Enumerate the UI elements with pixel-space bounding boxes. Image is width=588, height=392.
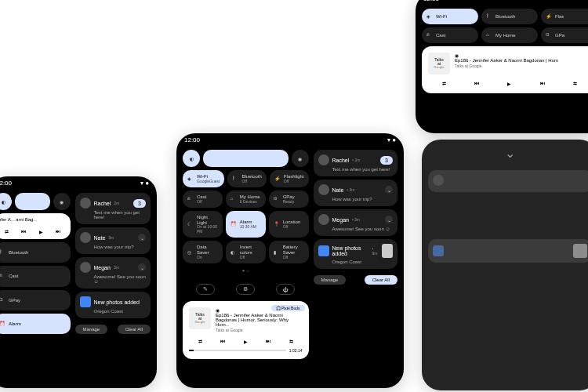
brightness-slider[interactable] bbox=[15, 193, 50, 210]
qs-alarm[interactable]: ⏰Alarm10:30 AM bbox=[226, 211, 266, 238]
notif-photos[interactable]: New photos added Oregon Coast bbox=[75, 292, 151, 318]
clear-all-button[interactable]: Clear All bbox=[118, 325, 151, 334]
brightness-slider[interactable] bbox=[203, 150, 289, 167]
qs-cast[interactable]: ⎚CastOff bbox=[183, 191, 223, 208]
bluetooth-icon: ᛒ bbox=[0, 249, 5, 256]
notif-dimmed-2[interactable] bbox=[428, 239, 588, 263]
brightness-toggle[interactable]: ◐ bbox=[183, 150, 200, 167]
invert-icon: ◐ bbox=[230, 249, 237, 256]
qs-flashlight[interactable]: ⚡Flas bbox=[541, 9, 588, 24]
status-bar: 12:00 bbox=[416, 0, 588, 5]
qs-invert[interactable]: ◐Invert colorsOff bbox=[226, 241, 266, 263]
media-subtitle: Talks at Google bbox=[216, 328, 303, 332]
media-title: Ep186 - Jennifer Aaker & Naomi Bagdonas … bbox=[216, 313, 303, 327]
power-button[interactable]: ⏻ bbox=[276, 284, 295, 295]
prev-icon[interactable]: ⏮ bbox=[219, 337, 227, 345]
qs-gpay[interactable]: GGPay bbox=[0, 290, 71, 310]
notif-photos[interactable]: New photos added• 9m Oregon Coast bbox=[314, 239, 397, 269]
progress-bar[interactable] bbox=[189, 350, 286, 351]
play-icon[interactable]: ▶ bbox=[241, 337, 249, 345]
qs-bluetooth[interactable]: ᛒBluetoothOff bbox=[227, 170, 266, 187]
media-card[interactable]: 🎧 Pixel Buds Talks at Google ◉ Ep186 - J… bbox=[183, 301, 309, 359]
shuffle-icon[interactable]: ⇄ bbox=[196, 337, 204, 345]
qs-gpay[interactable]: GGPayReady bbox=[269, 191, 309, 208]
gpay-icon: G bbox=[546, 32, 552, 38]
page-indicator: ● ○ bbox=[183, 267, 309, 274]
wifi-icon: ◈ bbox=[426, 13, 433, 20]
collapse-handle[interactable]: ⌄ bbox=[422, 140, 588, 167]
cast-icon: ⎚ bbox=[0, 273, 5, 279]
edit-button[interactable]: ✎ bbox=[196, 284, 215, 295]
qs-home[interactable]: ⌂My Home6 Devices bbox=[226, 191, 266, 208]
qs-location[interactable]: 📍LocationOff bbox=[269, 211, 309, 238]
repeat-icon[interactable]: ⇆ bbox=[287, 337, 295, 345]
notif-rachel[interactable]: Rachel• 2m3 Text me when you get here! bbox=[314, 150, 397, 176]
notif-dimmed-1[interactable] bbox=[428, 170, 588, 192]
qs-cast[interactable]: ⎚Cast bbox=[0, 266, 71, 286]
alarm-icon: ⏰ bbox=[230, 221, 237, 227]
chevron-down-icon[interactable]: ⌄ bbox=[138, 263, 146, 271]
notif-nate[interactable]: Nate3m⌄ How was your trip? bbox=[75, 227, 151, 254]
next-icon[interactable]: ⏭ bbox=[264, 337, 272, 345]
expand-toggle[interactable]: ◉ bbox=[53, 193, 71, 210]
avatar bbox=[80, 198, 91, 209]
clear-all-button[interactable]: Clear All bbox=[365, 275, 397, 285]
qs-alarm[interactable]: ⏰Alarm bbox=[0, 314, 71, 334]
tablet-center: 12:00 ▾ ● ◐ ◉ ◈Wi-FiGoogleGuest ᛒBluetoo… bbox=[176, 133, 404, 388]
notif-nate[interactable]: Nate• 3m⌄ How was your trip? bbox=[314, 180, 397, 206]
media-card[interactable]: nfer A... ami Bag... ⇄ ⏮ ▶ ⏭ bbox=[0, 213, 71, 239]
status-icons: ▾ ● bbox=[387, 136, 396, 143]
manage-button[interactable]: Manage bbox=[75, 325, 108, 334]
avatar bbox=[318, 154, 329, 165]
tablet-small-left: 12:00 ▾ ● ◐ ◉ nfer A... ami Bag... ⇄ ⏮ ▶ bbox=[0, 176, 157, 388]
play-icon[interactable]: ▶ bbox=[37, 227, 45, 235]
brightness-toggle[interactable]: ◐ bbox=[0, 193, 12, 210]
avatar bbox=[80, 262, 91, 273]
media-card[interactable]: Talks at Google ◉ Ep186 - Jennifer Aaker… bbox=[422, 46, 588, 93]
qs-flashlight[interactable]: ⚡FlashlightOff bbox=[270, 170, 309, 187]
prev-icon[interactable]: ⏮ bbox=[473, 79, 481, 87]
google-logo: Google bbox=[195, 321, 205, 324]
qs-bluetooth[interactable]: ᛒBluetooth bbox=[0, 242, 71, 263]
settings-button[interactable]: ⚙ bbox=[236, 284, 255, 295]
qs-gpay[interactable]: GGPa bbox=[541, 27, 588, 43]
qs-bluetooth[interactable]: ᛒBluetooth bbox=[481, 9, 538, 24]
chevron-down-icon[interactable]: ⌄ bbox=[138, 234, 146, 241]
qs-wifi[interactable]: ◈Wi-FiGoogleGuest bbox=[183, 170, 224, 187]
notif-megan[interactable]: Megan• 3m⌄ Awesome! See you soon ☺ bbox=[314, 209, 397, 236]
chevron-down-icon[interactable]: ⌄ bbox=[385, 216, 393, 223]
media-artwork: Talks at Google bbox=[428, 53, 450, 74]
notif-megan[interactable]: Megan3m⌄ Awesome! See you soon ☺ bbox=[75, 257, 151, 289]
qs-battery[interactable]: ▮Battery SaverOff bbox=[269, 241, 309, 263]
notif-actions: Manage Clear All bbox=[314, 275, 397, 285]
expand-toggle[interactable]: ◉ bbox=[292, 150, 309, 167]
qs-nightlight[interactable]: ☾Night LightOn at 10:00 PM bbox=[183, 211, 223, 238]
tablet-bottom-right: ⌄ bbox=[422, 140, 588, 390]
next-icon[interactable]: ⏭ bbox=[54, 227, 62, 235]
flashlight-icon: ⚡ bbox=[546, 13, 552, 20]
prev-icon[interactable]: ⏮ bbox=[20, 227, 27, 235]
chevron-down-icon[interactable]: ⌄ bbox=[385, 186, 393, 194]
qs-cast[interactable]: ⎚Cast bbox=[422, 27, 478, 43]
status-icons: ▾ ● bbox=[140, 180, 149, 187]
qs-wifi[interactable]: ◈Wi-Fi bbox=[422, 9, 478, 24]
play-icon[interactable]: ▶ bbox=[506, 79, 514, 87]
notif-rachel[interactable]: Rachel2m3 Text me when you get here! bbox=[75, 193, 151, 224]
repeat-icon[interactable]: ⇆ bbox=[571, 79, 579, 87]
output-badge[interactable]: 🎧 Pixel Buds bbox=[271, 305, 305, 311]
shuffle-icon[interactable]: ⇄ bbox=[3, 227, 11, 235]
avatar bbox=[80, 232, 91, 243]
qs-datasaver[interactable]: ◎Data SaverOn bbox=[183, 241, 223, 263]
qs-home[interactable]: ⌂My Home bbox=[481, 27, 538, 43]
bluetooth-icon: ᛒ bbox=[232, 176, 238, 182]
location-icon: 📍 bbox=[274, 221, 280, 227]
photos-icon bbox=[433, 245, 444, 256]
manage-button[interactable]: Manage bbox=[314, 275, 347, 285]
next-icon[interactable]: ⏭ bbox=[539, 79, 546, 87]
status-bar: 12:00 ▾ ● bbox=[0, 176, 157, 190]
nightlight-icon: ☾ bbox=[187, 221, 194, 227]
home-icon: ⌂ bbox=[230, 196, 237, 202]
media-title: nfer A... ami Bag... bbox=[0, 217, 67, 222]
media-subtitle: Talks at Google bbox=[455, 64, 588, 68]
shuffle-icon[interactable]: ⇄ bbox=[441, 79, 448, 87]
